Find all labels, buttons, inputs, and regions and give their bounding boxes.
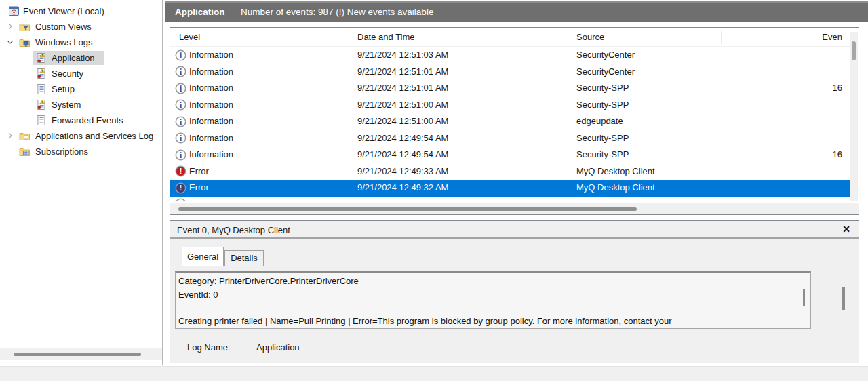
column-header-level[interactable]: Level xyxy=(179,32,200,42)
details-pane-scrollbar-thumb[interactable] xyxy=(842,287,845,310)
cell-level: Information xyxy=(189,100,233,110)
tree-item-subscriptions[interactable]: Subscriptions xyxy=(0,144,162,159)
cell-source: Security-SPP xyxy=(576,133,629,143)
folder-monitor-icon xyxy=(19,37,31,48)
log-title-bar: Application Number of events: 987 (!) Ne… xyxy=(165,1,868,22)
console-tree: Event Viewer (Local)Custom ViewsWindows … xyxy=(0,3,162,159)
tree-item-label: Security xyxy=(52,68,83,79)
event-row[interactable]: iInformation9/21/2024 12:51:01 AMSecurit… xyxy=(170,64,850,81)
tree-item-label: Windows Logs xyxy=(35,37,93,48)
event-row[interactable]: iInformation9/21/2024 12:49:54 AMSecurit… xyxy=(170,146,850,163)
tree-item-system[interactable]: System xyxy=(0,97,162,113)
tree-item-label: Applications and Services Log xyxy=(35,130,153,142)
cell-datetime: 9/21/2024 12:51:00 AM xyxy=(357,116,448,126)
information-icon: i xyxy=(175,99,186,111)
chevron-right-icon[interactable] xyxy=(5,131,15,140)
cell-datetime: 9/21/2024 12:51:03 AM xyxy=(357,49,448,60)
tab-details[interactable]: Details xyxy=(224,250,264,266)
cell-source: Security-SPP xyxy=(576,149,629,159)
event-row[interactable]: iInformation9/21/2024 12:49:54 AMSecurit… xyxy=(170,130,850,147)
cell-source: Security-SPP xyxy=(576,100,629,110)
chevron-down-icon[interactable] xyxy=(5,37,15,47)
details-pane-header: Event 0, MyQ Desktop Client ✕ xyxy=(170,221,859,239)
event-row[interactable]: iInformation9/21/2024 12:51:01 AMSecurit… xyxy=(170,80,850,97)
vertical-scrollbar-thumb[interactable] xyxy=(852,41,856,60)
svg-text:!: ! xyxy=(180,184,182,192)
sidebar-scrollbar-thumb[interactable] xyxy=(14,353,141,356)
cell-source: edgeupdate xyxy=(576,116,623,126)
window-bottom-strip xyxy=(0,366,868,381)
column-separator[interactable] xyxy=(721,31,722,44)
tree-item-label: System xyxy=(52,99,81,111)
log-alert-icon xyxy=(35,52,47,64)
event-row-selected[interactable]: !Error9/21/2024 12:49:32 AMMyQ Desktop C… xyxy=(170,180,850,197)
cell-datetime: 9/21/2024 12:51:01 AM xyxy=(357,83,448,93)
tree-item-forwarded-events[interactable]: Forwarded Events xyxy=(0,113,162,128)
event-row[interactable]: iInformation9/21/2024 12:51:03 AMSecurit… xyxy=(170,47,850,64)
sidebar-horizontal-scrollbar[interactable] xyxy=(0,348,162,360)
column-separator[interactable] xyxy=(574,31,574,44)
information-icon: i xyxy=(175,83,186,94)
event-row[interactable]: !Error9/21/2024 12:49:33 AMMyQ Desktop C… xyxy=(170,163,850,180)
tree-item-event-viewer-local[interactable]: Event Viewer (Local) xyxy=(0,3,162,19)
description-line xyxy=(178,301,801,315)
cell-datetime: 9/21/2024 12:49:54 AM xyxy=(357,149,448,159)
tree-item-label: Custom Views xyxy=(35,21,92,33)
event-list-vertical-scrollbar[interactable] xyxy=(850,32,858,201)
subscriptions-icon xyxy=(19,146,31,157)
horizontal-scrollbar-thumb[interactable] xyxy=(178,207,637,211)
event-list-panel: LevelDate and TimeSourceEven iInformatio… xyxy=(170,27,859,215)
description-scrollbar-thumb[interactable] xyxy=(803,289,805,306)
tree-item-label: Forwarded Events xyxy=(52,115,123,126)
description-line: Category: PrinterDriverCore.PrinterDrive… xyxy=(178,275,801,288)
information-icon: i xyxy=(175,198,186,201)
event-list-header: LevelDate and TimeSourceEven xyxy=(170,28,859,47)
tree-item-setup[interactable]: Setup xyxy=(0,81,162,97)
cell-event_id: 16 xyxy=(833,149,842,159)
information-icon: i xyxy=(175,66,186,77)
event-description-text: Category: PrinterDriverCore.PrinterDrive… xyxy=(176,273,810,327)
tree-item-custom-views[interactable]: Custom Views xyxy=(0,19,162,35)
cell-datetime: 9/21/2024 12:49:32 AM xyxy=(357,182,448,193)
event-row-partial[interactable]: i xyxy=(170,197,850,201)
log-name-value: Application xyxy=(256,342,300,353)
column-header-even[interactable]: Even xyxy=(822,32,842,42)
tree-item-security[interactable]: Security xyxy=(0,66,162,81)
log-alert-icon xyxy=(35,99,47,111)
cell-level: Information xyxy=(189,83,233,93)
svg-text:!: ! xyxy=(180,167,182,175)
column-header-source[interactable]: Source xyxy=(576,32,604,42)
cell-level: Error xyxy=(189,166,209,176)
log-plain-icon xyxy=(35,115,47,126)
event-list-horizontal-scrollbar[interactable] xyxy=(170,203,859,214)
tree-item-label: Subscriptions xyxy=(35,146,88,157)
console-tree-panel: Event Viewer (Local)Custom ViewsWindows … xyxy=(0,0,163,365)
tree-item-application[interactable]: Application xyxy=(0,50,162,66)
details-pane-title: Event 0, MyQ Desktop Client xyxy=(177,225,290,235)
column-separator[interactable] xyxy=(353,31,353,44)
event-rows: iInformation9/21/2024 12:51:03 AMSecurit… xyxy=(170,47,859,197)
event-description-box[interactable]: Category: PrinterDriverCore.PrinterDrive… xyxy=(175,271,811,329)
column-header-date-and-time[interactable]: Date and Time xyxy=(357,32,415,42)
cell-level: Information xyxy=(189,116,233,126)
information-icon: i xyxy=(175,116,186,127)
log-alert-icon xyxy=(35,68,47,79)
event-row[interactable]: iInformation9/21/2024 12:51:00 AMSecurit… xyxy=(170,97,850,114)
cell-source: MyQ Desktop Client xyxy=(576,182,655,193)
error-icon-selected: ! xyxy=(175,182,186,194)
description-line: Creating printer failed | Name=Pull Prin… xyxy=(178,315,801,328)
close-icon[interactable]: ✕ xyxy=(842,224,850,235)
tab-general[interactable]: General xyxy=(182,247,224,266)
tree-item-windows-logs[interactable]: Windows Logs xyxy=(0,35,162,50)
tree-item-applications-and-services-log[interactable]: Applications and Services Log xyxy=(0,128,162,144)
event-row[interactable]: iInformation9/21/2024 12:51:00 AMedgeupd… xyxy=(170,113,850,130)
chevron-right-icon[interactable] xyxy=(5,22,15,31)
event-viewer-icon xyxy=(8,5,20,17)
tree-item-label: Setup xyxy=(52,83,75,95)
description-line: EventId: 0 xyxy=(178,288,801,302)
cell-datetime: 9/21/2024 12:51:01 AM xyxy=(357,66,448,77)
event-details-pane: Event 0, MyQ Desktop Client ✕ GeneralDet… xyxy=(170,220,859,363)
information-icon: i xyxy=(175,132,186,144)
log-plain-icon xyxy=(35,83,47,95)
log-title: Application xyxy=(175,7,225,17)
